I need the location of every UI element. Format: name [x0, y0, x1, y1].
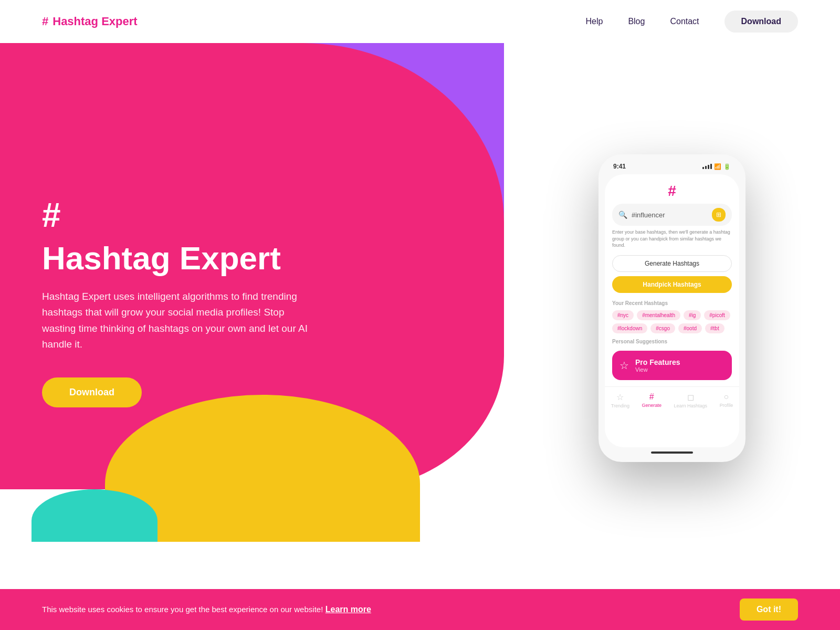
phone-screen: # 🔍 #influencer ⊞ Enter your base hashta…: [605, 174, 739, 447]
nav-blog[interactable]: Blog: [628, 17, 645, 26]
cookie-learn-more[interactable]: Learn more: [326, 605, 371, 614]
logo-text: Hashtag Expert: [52, 15, 137, 28]
hashtag-picoft[interactable]: #picoft: [704, 310, 730, 320]
hashtag-lockdown[interactable]: #lockdown: [612, 323, 647, 333]
phone-tab-profile[interactable]: ○ Profile: [720, 392, 733, 408]
signal-bar-1: [702, 167, 704, 169]
phone-generate-button[interactable]: Generate Hashtags: [612, 255, 732, 272]
trending-icon: ☆: [616, 392, 624, 402]
logo[interactable]: # Hashtag Expert: [42, 15, 138, 28]
cookie-message: This website uses cookies to ensure you …: [42, 605, 323, 614]
pro-features-subtitle: View: [635, 366, 724, 373]
phone-time: 9:41: [613, 163, 626, 170]
cookie-text-container: This website uses cookies to ensure you …: [42, 605, 371, 614]
phone-bottom-nav: ☆ Trending # Generate ◻ Learn Hashtags: [605, 386, 739, 411]
logo-hash-icon: #: [42, 15, 48, 28]
hero-section: # Hashtag Expert Hashtag Expert uses int…: [0, 43, 840, 542]
hashtag-row-2: #lockdown #csgo #ootd #tbt: [612, 323, 732, 333]
hero-title: Hashtag Expert: [42, 240, 546, 276]
pro-features-title: Pro Features: [635, 358, 724, 366]
hero-content: # Hashtag Expert Hashtag Expert uses int…: [0, 43, 840, 542]
hero-right-phone: 9:41 📶 🔋 #: [546, 123, 798, 462]
cookie-got-it-button[interactable]: Got it!: [740, 598, 798, 621]
trending-label: Trending: [611, 403, 629, 408]
hashtag-tbt[interactable]: #tbt: [705, 323, 724, 333]
phone-tab-generate[interactable]: # Generate: [642, 392, 662, 408]
phone-mockup: 9:41 📶 🔋 #: [598, 154, 746, 462]
nav-contact[interactable]: Contact: [670, 17, 699, 26]
hero-description: Hashtag Expert uses intelligent algorith…: [42, 289, 315, 353]
signal-bar-3: [708, 165, 709, 169]
hashtag-mentalhealth[interactable]: #mentalhealth: [637, 310, 680, 320]
learn-label: Learn Hashtags: [674, 403, 708, 408]
profile-label: Profile: [720, 403, 733, 408]
nav-links: Help Blog Contact Download: [585, 10, 798, 33]
generate-label: Generate: [642, 403, 662, 408]
phone-status-bar: 9:41 📶 🔋: [605, 161, 739, 174]
phone-search-icon: 🔍: [618, 211, 627, 219]
navbar: # Hashtag Expert Help Blog Contact Downl…: [0, 0, 840, 43]
screen-hash-icon: #: [668, 183, 676, 200]
battery-icon: 🔋: [723, 163, 731, 170]
phone-search-bar[interactable]: 🔍 #influencer ⊞: [612, 204, 732, 226]
phone-status-icons: 📶 🔋: [702, 163, 731, 170]
pro-star-icon: ☆: [620, 359, 629, 372]
personal-suggestions-label: Personal Suggestions: [612, 339, 732, 344]
hashtag-csgo[interactable]: #csgo: [650, 323, 675, 333]
signal-bars: [702, 164, 712, 169]
hero-download-button[interactable]: Download: [42, 377, 142, 407]
hashtag-ootd[interactable]: #ootd: [678, 323, 702, 333]
signal-bar-4: [710, 164, 712, 169]
hashtag-row-1: #nyc #mentalhealth #ig #picoft: [612, 310, 732, 320]
phone-search-hint: Enter your base hashtags, then we'll gen…: [612, 229, 732, 249]
filter-icon: ⊞: [716, 211, 721, 218]
profile-icon: ○: [724, 392, 729, 402]
pro-features-card[interactable]: ☆ Pro Features View: [612, 351, 732, 380]
signal-bar-2: [705, 166, 707, 169]
hero-hash-symbol: #: [42, 198, 546, 232]
phone-tab-learn[interactable]: ◻ Learn Hashtags: [674, 392, 708, 408]
generate-icon: #: [649, 392, 654, 402]
phone-filter-button[interactable]: ⊞: [712, 208, 726, 222]
phone-handpick-button[interactable]: Handpick Hashtags: [612, 276, 732, 293]
hashtag-ig[interactable]: #ig: [684, 310, 701, 320]
recent-hashtags-label: Your Recent Hashtags: [612, 300, 732, 306]
hashtag-nyc[interactable]: #nyc: [612, 310, 634, 320]
nav-download-button[interactable]: Download: [724, 10, 798, 33]
screen-header: #: [605, 174, 739, 204]
phone-tab-trending[interactable]: ☆ Trending: [611, 392, 629, 408]
phone-home-indicator: [651, 452, 693, 454]
cookie-bar: This website uses cookies to ensure you …: [0, 589, 840, 630]
phone-search-value: #influencer: [632, 211, 708, 219]
nav-help[interactable]: Help: [585, 17, 603, 26]
wifi-icon: 📶: [714, 163, 721, 170]
pro-text-block: Pro Features View: [635, 358, 724, 373]
hero-left-content: # Hashtag Expert Hashtag Expert uses int…: [42, 177, 546, 408]
learn-icon: ◻: [687, 392, 694, 402]
